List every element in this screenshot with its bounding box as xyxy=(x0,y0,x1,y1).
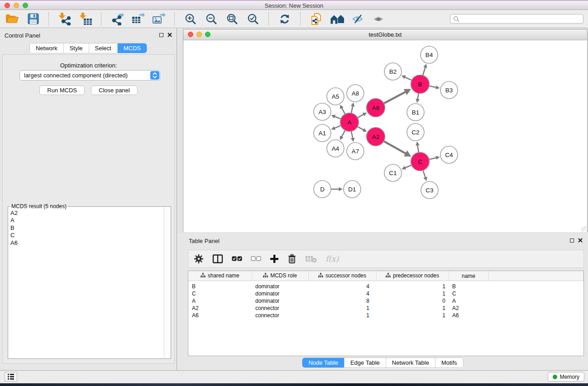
refresh-button[interactable] xyxy=(277,12,292,26)
close-panel-button[interactable]: Close panel xyxy=(91,86,138,95)
table-cell[interactable]: B xyxy=(188,283,252,290)
mcds-result-item[interactable]: A2 xyxy=(10,210,163,217)
table-cell[interactable]: C xyxy=(188,290,252,297)
table-cell[interactable]: 8 xyxy=(308,297,376,305)
show-graphics-details-button[interactable] xyxy=(371,12,387,26)
table-cell[interactable]: A xyxy=(449,297,488,305)
function-builder-button[interactable]: f(x) xyxy=(325,254,339,263)
float-table-panel-icon[interactable] xyxy=(570,238,574,243)
mcds-tab-content: Optimization criterion: largest connecte… xyxy=(2,54,175,364)
table-cell[interactable]: 0 xyxy=(376,297,449,305)
graph-node-label: A5 xyxy=(332,93,339,100)
toolbar-separator xyxy=(48,12,49,26)
import-network-button[interactable] xyxy=(57,12,72,26)
control-panel-tabs: Network Style Select MCDS xyxy=(0,43,177,53)
table-row[interactable]: A6connector11A6 xyxy=(188,312,583,319)
table-cell[interactable]: B xyxy=(449,283,488,290)
graph-node-label: A8 xyxy=(352,90,359,97)
tab-mcds[interactable]: MCDS xyxy=(118,43,147,53)
table-row[interactable]: A2connector11A2 xyxy=(188,305,583,312)
table-cell[interactable]: A6 xyxy=(188,312,252,319)
task-history-button[interactable] xyxy=(5,372,17,381)
table-settings-button[interactable] xyxy=(194,254,204,264)
table-cell[interactable]: connector xyxy=(252,305,308,312)
mcds-result-item[interactable]: A xyxy=(10,217,163,224)
zoom-out-button[interactable] xyxy=(204,12,219,26)
network-graph[interactable]: B4B2BB3A5A8A6A3B1AC2A1A2A4A7C4CC1C3DD1 xyxy=(183,40,587,232)
column-header-MCDS-role[interactable]: MCDS role xyxy=(252,271,308,281)
table-cell[interactable]: dominator xyxy=(252,297,308,305)
tab-motifs[interactable]: Motifs xyxy=(435,358,463,367)
close-table-panel-icon[interactable] xyxy=(578,238,583,243)
search-input[interactable] xyxy=(462,15,580,23)
graph-edge-arrowhead xyxy=(416,99,420,103)
delete-table-button[interactable] xyxy=(305,255,317,263)
table-cell[interactable]: dominator xyxy=(252,283,308,290)
table-cell[interactable]: 1 xyxy=(308,312,376,319)
export-table-button[interactable] xyxy=(130,12,146,26)
tab-select[interactable]: Select xyxy=(89,43,118,53)
create-column-button[interactable] xyxy=(270,254,279,263)
import-table-button[interactable] xyxy=(78,12,93,26)
table-row[interactable]: Bdominator41B xyxy=(188,283,583,290)
table-cell[interactable]: 1 xyxy=(376,290,449,297)
table-row[interactable]: Adominator80A xyxy=(188,297,583,305)
column-header-name[interactable]: name xyxy=(449,271,488,281)
search-box[interactable] xyxy=(450,14,583,24)
tab-network[interactable]: Network xyxy=(30,43,64,53)
select-all-rows-button[interactable] xyxy=(232,256,242,262)
table-cell[interactable]: connector xyxy=(252,312,308,319)
network-minimize-button[interactable] xyxy=(196,32,202,37)
table-cell[interactable]: 1 xyxy=(376,283,449,290)
mcds-result-box: MCDS result (5 nodes) A2ABCA6 xyxy=(8,206,171,359)
zoom-fit-button[interactable] xyxy=(225,12,240,26)
zoom-in-button[interactable] xyxy=(183,12,198,26)
network-zoom-button[interactable] xyxy=(205,32,210,37)
delete-column-button[interactable] xyxy=(287,254,296,264)
table-cell[interactable]: C xyxy=(449,290,488,297)
network-window-titlebar[interactable]: testGlobe.txt xyxy=(183,29,587,40)
run-mcds-button[interactable]: Run MCDS xyxy=(39,86,85,95)
home-icon xyxy=(330,14,344,24)
mcds-result-item[interactable]: A6 xyxy=(10,239,163,247)
table-cell[interactable]: A xyxy=(188,297,252,305)
home-button[interactable] xyxy=(330,12,345,26)
table-cell[interactable]: 1 xyxy=(376,305,449,312)
clone-network-button[interactable] xyxy=(309,12,324,26)
table-cell[interactable]: A6 xyxy=(449,312,488,319)
column-header-shared-name[interactable]: shared name xyxy=(188,271,252,281)
table-cell[interactable]: 1 xyxy=(376,312,449,319)
mcds-result-item[interactable]: C xyxy=(10,232,163,239)
table-cell[interactable]: 4 xyxy=(308,290,376,297)
tab-network-table[interactable]: Network Table xyxy=(386,358,435,367)
table-panel-title: Table Panel xyxy=(189,238,220,244)
column-header-predecessor-nodes[interactable]: predecessor nodes xyxy=(376,271,449,281)
tab-edge-table[interactable]: Edge Table xyxy=(344,358,386,367)
float-panel-icon[interactable] xyxy=(159,33,163,37)
show-columns-button[interactable] xyxy=(212,254,223,263)
tab-style[interactable]: Style xyxy=(64,43,89,53)
table-cell[interactable]: A2 xyxy=(449,305,488,312)
hide-graphics-details-button[interactable] xyxy=(350,12,366,26)
memory-button[interactable]: Memory xyxy=(548,372,584,381)
deselect-all-rows-button[interactable] xyxy=(251,256,261,262)
tab-node-table[interactable]: Node Table xyxy=(302,358,344,367)
table-cell[interactable]: 1 xyxy=(308,305,376,312)
column-header-successor-nodes[interactable]: successor nodes xyxy=(308,271,376,281)
open-session-button[interactable] xyxy=(5,12,20,26)
table-row[interactable]: Cdominator41C xyxy=(188,290,583,297)
export-network-button[interactable] xyxy=(110,12,125,26)
resize-grip[interactable] xyxy=(581,226,587,232)
mcds-result-item[interactable]: B xyxy=(10,224,163,232)
result-scrollbar[interactable] xyxy=(164,207,170,358)
criterion-select[interactable]: largest connected component (directed) xyxy=(19,70,160,81)
table-cell[interactable]: dominator xyxy=(252,290,308,297)
table-cell[interactable]: A2 xyxy=(188,305,252,312)
table-cell[interactable]: 4 xyxy=(308,283,376,290)
export-image-button[interactable] xyxy=(151,12,167,26)
close-panel-icon[interactable] xyxy=(167,33,172,37)
network-canvas[interactable]: B4B2BB3A5A8A6A3B1AC2A1A2A4A7C4CC1C3DD1 xyxy=(183,40,587,232)
save-session-button[interactable] xyxy=(25,12,41,26)
network-close-button[interactable] xyxy=(188,32,193,37)
zoom-selected-button[interactable] xyxy=(245,12,261,26)
